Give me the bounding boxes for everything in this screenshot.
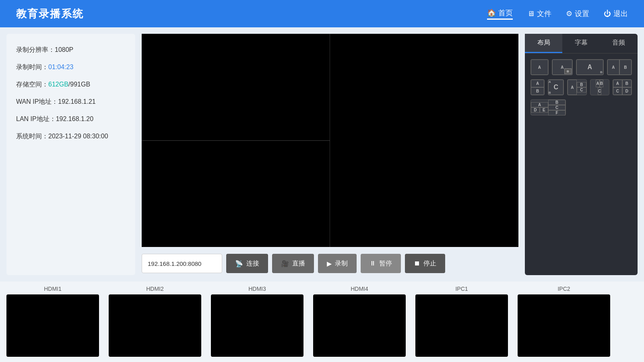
record-icon: ▶ <box>327 260 332 267</box>
layout-option-c-large[interactable]: C A B <box>548 79 564 95</box>
nav-home[interactable]: 🏠 首页 <box>487 8 513 20</box>
video-right <box>330 34 518 247</box>
live-button[interactable]: 🎥 直播 <box>272 254 314 273</box>
connect-button[interactable]: 📡 连接 <box>226 254 268 273</box>
camera-hdmi2-preview <box>109 294 201 357</box>
app-title: 教育录播系统 <box>16 7 84 21</box>
connect-icon: 📡 <box>235 260 243 267</box>
control-bar: 📡 连接 🎥 直播 ▶ 录制 ⏸ 暂停 ⏹ 停止 <box>142 252 518 275</box>
layout-option-6panel[interactable]: A D E B C F <box>530 99 566 115</box>
camera-hdmi1-label: HDMI1 <box>44 286 62 292</box>
stop-button[interactable]: ⏹ 停止 <box>405 254 445 273</box>
video-left <box>142 34 330 247</box>
wan-ip-row: WAN IP地址：192.168.1.21 <box>16 98 126 106</box>
info-panel: 录制分辨率：1080P 录制时间：01:04:23 存储空间：612GB/991… <box>6 34 135 275</box>
camera-hdmi1: HDMI1 <box>6 286 99 357</box>
pause-icon: ⏸ <box>369 260 376 267</box>
tab-layout[interactable]: 布局 <box>525 34 562 53</box>
camera-ipc2: IPC2 <box>518 286 610 357</box>
record-time-row: 录制时间：01:04:23 <box>16 63 126 72</box>
camera-hdmi4-label: HDMI4 <box>351 286 368 292</box>
layout-option-a-over-b[interactable]: A B <box>530 79 545 95</box>
header-nav: 🏠 首页 🖥 文件 ⚙ 设置 ⏻ 退出 <box>487 8 628 20</box>
video-divider <box>142 140 330 141</box>
header: 教育录播系统 🏠 首页 🖥 文件 ⚙ 设置 ⏻ 退出 <box>0 0 644 27</box>
center-panel: 📡 连接 🎥 直播 ▶ 录制 ⏸ 暂停 ⏹ 停止 <box>142 34 518 275</box>
resolution-row: 录制分辨率：1080P <box>16 46 126 54</box>
gear-icon: ⚙ <box>566 9 572 18</box>
camera-hdmi4-preview <box>313 294 406 357</box>
camera-ipc1: IPC1 <box>415 286 508 357</box>
layout-option-single-a[interactable]: A <box>530 59 549 75</box>
camera-hdmi4: HDMI4 <box>313 286 406 357</box>
camera-hdmi3-label: HDMI3 <box>248 286 266 292</box>
main-area: 录制分辨率：1080P 录制时间：01:04:23 存储空间：612GB/991… <box>0 27 644 282</box>
layout-option-a-c[interactable]: A B C <box>567 79 586 95</box>
stop-icon: ⏹ <box>414 260 420 267</box>
layout-row-2: A B C A B A B C <box>530 79 632 95</box>
power-icon: ⏻ <box>604 10 611 18</box>
lan-ip-row: LAN IP地址：192.168.1.20 <box>16 115 126 123</box>
storage-row: 存储空间：612GB/991GB <box>16 80 126 89</box>
right-panel: 布局 字幕 音频 A A B A B <box>525 34 638 275</box>
home-icon: 🏠 <box>487 8 496 17</box>
camera-hdmi1-preview <box>6 294 99 357</box>
camera-ipc2-preview <box>518 294 610 357</box>
record-button[interactable]: ▶ 录制 <box>318 254 357 273</box>
right-tabs: 布局 字幕 音频 <box>525 34 638 53</box>
nav-files[interactable]: 🖥 文件 <box>527 9 551 19</box>
tab-audio[interactable]: 音频 <box>600 34 638 53</box>
bottom-panel: HDMI1 HDMI2 HDMI3 HDMI4 IPC1 IPC2 <box>0 282 644 362</box>
live-icon: 🎥 <box>281 260 289 267</box>
camera-hdmi2: HDMI2 <box>109 286 201 357</box>
layout-option-large-ab[interactable]: A B <box>576 59 604 75</box>
camera-ipc1-label: IPC1 <box>455 286 468 292</box>
camera-ipc2-label: IPC2 <box>557 286 570 292</box>
layout-grid: A A B A B A B <box>525 53 638 121</box>
ip-input[interactable] <box>142 254 222 273</box>
layout-option-a-b-small[interactable]: A B <box>552 59 573 75</box>
layout-row-1: A A B A B A B <box>530 59 632 75</box>
system-time-row: 系统时间：2023-11-29 08:30:00 <box>16 132 126 141</box>
camera-hdmi2-label: HDMI2 <box>146 286 164 292</box>
layout-row-3: A D E B C F <box>530 99 632 115</box>
nav-exit[interactable]: ⏻ 退出 <box>604 9 628 19</box>
layout-option-ab-over-c[interactable]: A B C <box>590 79 609 95</box>
tab-subtitle[interactable]: 字幕 <box>562 34 600 53</box>
file-icon: 🖥 <box>527 10 535 18</box>
layout-option-ab-side[interactable]: A B <box>607 59 632 75</box>
pause-button[interactable]: ⏸ 暂停 <box>361 254 401 273</box>
camera-ipc1-preview <box>415 294 508 357</box>
video-container <box>142 34 518 247</box>
layout-option-abcd[interactable]: A B C D <box>613 79 632 95</box>
camera-hdmi3: HDMI3 <box>211 286 303 357</box>
camera-hdmi3-preview <box>211 294 303 357</box>
nav-settings[interactable]: ⚙ 设置 <box>566 9 589 19</box>
